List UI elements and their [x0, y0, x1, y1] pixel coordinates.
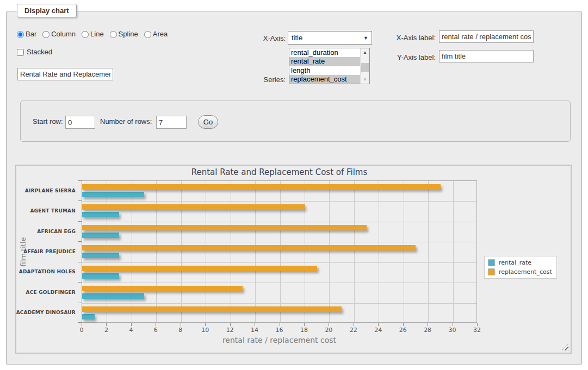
chart-type-option-line[interactable]: Line [82, 30, 104, 39]
chart-type-option-bar[interactable]: Bar [17, 30, 36, 39]
gridline-vertical [329, 181, 330, 322]
bar-rental-rate[interactable] [82, 314, 95, 319]
series-option-rental_rate[interactable]: rental_rate [289, 57, 360, 66]
gridline-vertical [428, 181, 429, 322]
x-axis-label-caption: X-Axis label: [381, 34, 436, 42]
stacked-checkbox[interactable] [17, 49, 24, 56]
x-axis-tick-label: 0 [73, 327, 90, 334]
bar-rental-rate[interactable] [82, 192, 144, 197]
gridline-vertical [255, 181, 256, 322]
radio-label-column: Column [51, 30, 76, 39]
y-axis-category-label: AFFAIR PREJUDICE [0, 249, 76, 254]
y-axis-category-label: ADAPTATION HOLES [0, 269, 76, 274]
bar-replacement-cost[interactable] [82, 204, 305, 210]
gridline-vertical [156, 181, 157, 322]
gridline-vertical [107, 181, 107, 322]
radio-area[interactable] [144, 31, 151, 38]
x-axis-tick-label: 12 [222, 327, 238, 334]
x-axis-tick-label: 30 [444, 327, 461, 334]
x-axis-tick [181, 323, 181, 326]
x-axis-tick [453, 323, 453, 326]
bar-rental-rate[interactable] [82, 293, 144, 299]
bar-replacement-cost[interactable] [82, 184, 441, 190]
chart-type-option-spline[interactable]: Spline [110, 30, 138, 39]
x-axis-tick [378, 323, 379, 326]
bar-replacement-cost[interactable] [82, 245, 416, 250]
series-option-replacement_cost[interactable]: replacement_cost [289, 75, 360, 84]
x-axis-tick-label: 18 [296, 327, 312, 334]
series-option-rental_duration[interactable]: rental_duration [289, 48, 360, 57]
gridline-vertical [404, 181, 404, 322]
x-axis-tick-label: 2 [98, 327, 114, 334]
x-axis-tick-label: 20 [320, 327, 337, 334]
legend-swatch [488, 259, 495, 266]
scrollbar-thumb[interactable] [361, 63, 369, 72]
series-listbox-scrollbar[interactable]: ▲ ▼ [360, 48, 369, 84]
x-axis-tick [403, 323, 404, 326]
x-axis-tick-label: 10 [197, 327, 213, 334]
stacked-checkbox-row[interactable]: Stacked [17, 48, 52, 57]
x-axis-tick-label: 8 [172, 327, 189, 334]
bar-replacement-cost[interactable] [82, 225, 367, 230]
x-axis-tick [156, 323, 156, 326]
x-axis-select[interactable]: title ▼ [288, 31, 372, 45]
number-of-rows-input[interactable] [156, 116, 187, 129]
gridline-vertical [206, 181, 206, 322]
radio-label-line: Line [90, 30, 104, 39]
chart-type-option-area[interactable]: Area [144, 30, 168, 39]
y-axis-tick [78, 200, 82, 201]
legend-label: rental_rate [499, 259, 531, 266]
x-axis-tick [106, 323, 107, 326]
chart-type-option-column[interactable]: Column [42, 30, 76, 39]
scroll-down-icon[interactable]: ▼ [361, 76, 369, 84]
rows-panel: Start row: Number of rows: Go [20, 101, 571, 142]
bar-replacement-cost[interactable] [82, 286, 243, 291]
x-axis-tick [477, 323, 478, 326]
resize-handle-icon[interactable] [562, 344, 568, 350]
gridline-horizontal [82, 222, 476, 222]
y-axis-label-input[interactable] [439, 50, 534, 62]
gridline-vertical [379, 181, 379, 322]
x-axis-tick [428, 323, 428, 326]
chart-title: Rental Rate and Replacement Cost of Film… [82, 167, 477, 177]
bar-rental-rate[interactable] [82, 233, 119, 238]
bar-rental-rate[interactable] [82, 253, 119, 258]
go-button[interactable]: Go [198, 115, 218, 129]
x-axis-tick-label: 22 [345, 327, 362, 334]
radio-spline[interactable] [110, 31, 117, 38]
plot-area [82, 180, 477, 323]
x-axis-tick-label: 6 [147, 327, 164, 334]
gridline-vertical [231, 181, 231, 322]
legend-label: replacement_cost [499, 268, 552, 275]
series-listbox-label: Series: [240, 76, 286, 84]
bar-replacement-cost[interactable] [82, 306, 342, 312]
x-axis-tick [354, 323, 354, 326]
bar-rental-rate[interactable] [82, 273, 119, 279]
bar-rental-rate[interactable] [82, 212, 119, 217]
x-axis-tick-label: 14 [246, 327, 263, 334]
radio-label-area: Area [153, 30, 168, 39]
bar-replacement-cost[interactable] [82, 266, 317, 271]
radio-bar[interactable] [17, 31, 24, 38]
gridline-horizontal [82, 303, 476, 304]
x-axis-tick [329, 323, 329, 326]
start-row-input[interactable] [65, 116, 95, 129]
gridline-vertical [132, 181, 132, 322]
y-axis-label-caption: Y-Axis label: [381, 53, 436, 62]
series-option-length[interactable]: length [289, 66, 360, 75]
gridline-vertical [181, 181, 182, 322]
x-axis-label-input[interactable] [439, 30, 534, 43]
legend-swatch [488, 268, 495, 275]
scroll-up-icon[interactable]: ▲ [361, 48, 369, 57]
y-axis-tick [78, 282, 82, 283]
series-listbox[interactable]: rental_durationrental_ratelengthreplacem… [289, 48, 370, 84]
x-axis-title: rental rate / replacement cost [82, 336, 477, 344]
gridline-vertical [354, 181, 355, 322]
radio-line[interactable] [82, 31, 89, 38]
chart-title-input[interactable] [17, 68, 113, 80]
x-axis-tick-label: 24 [370, 327, 386, 334]
radio-column[interactable] [42, 31, 49, 38]
y-axis-tick [78, 221, 82, 222]
x-axis-tick [304, 323, 305, 326]
x-axis-tick [255, 323, 255, 326]
